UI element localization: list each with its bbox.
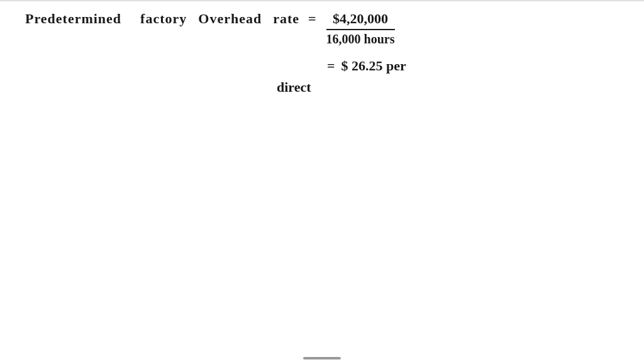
- fraction: $4,20,000 16,000 hours: [326, 11, 395, 47]
- equals-sign-2: =: [327, 58, 335, 74]
- text-predetermined: Predetermined: [25, 11, 121, 27]
- text-rate: rate: [273, 11, 299, 27]
- equation-line1: Predetermined factory Overhead rate = $4…: [25, 11, 631, 47]
- equals-sign-1: =: [308, 11, 316, 27]
- text-overhead: Overhead: [198, 11, 262, 27]
- fraction-denominator: 16,000 hours: [326, 31, 395, 47]
- fraction-numerator: $4,20,000: [333, 11, 388, 28]
- fraction-line: [326, 29, 395, 30]
- equation-line3: direct: [277, 79, 631, 96]
- content-area: Predetermined factory Overhead rate = $4…: [25, 11, 631, 96]
- text-direct: direct: [277, 79, 311, 96]
- text-result: $ 26.25 per: [341, 58, 406, 74]
- page: Predetermined factory Overhead rate = $4…: [0, 0, 644, 362]
- equation-line2: = $ 26.25 per: [327, 58, 631, 74]
- text-factory: factory: [140, 11, 187, 27]
- bottom-nav-indicator: [303, 357, 341, 359]
